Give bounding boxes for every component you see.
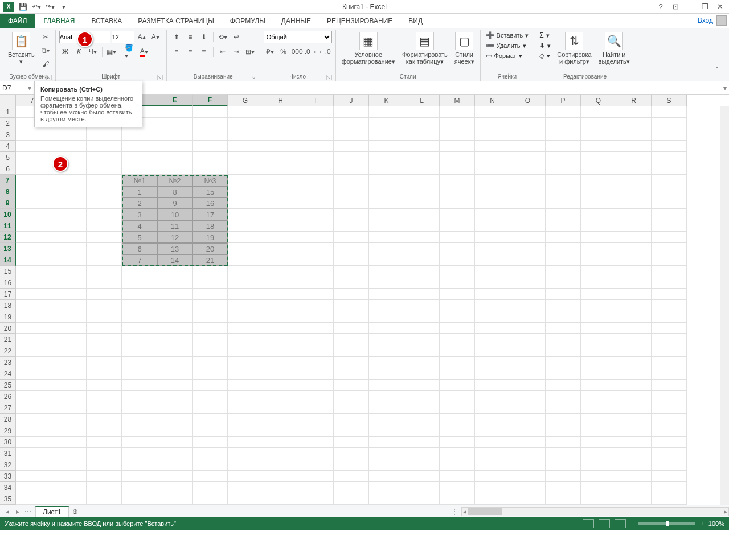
cell[interactable]	[440, 459, 475, 471]
cell[interactable]	[581, 129, 616, 141]
column-header[interactable]: G	[228, 95, 263, 106]
cell[interactable]	[510, 334, 546, 345]
cell[interactable]	[334, 448, 369, 459]
row-header[interactable]: 17	[0, 289, 16, 300]
cell[interactable]	[404, 311, 440, 323]
cell[interactable]	[263, 220, 298, 232]
cell[interactable]	[404, 368, 440, 380]
cell[interactable]	[546, 129, 581, 141]
cell[interactable]	[298, 289, 334, 300]
cell[interactable]	[157, 482, 193, 493]
horizontal-scrollbar[interactable]: ◂▸	[461, 507, 729, 516]
cell[interactable]	[404, 357, 440, 368]
cell[interactable]	[510, 141, 546, 152]
normal-view-icon[interactable]	[583, 519, 594, 528]
cell[interactable]	[581, 414, 616, 425]
cell[interactable]: 9	[157, 197, 193, 209]
cell[interactable]	[16, 368, 51, 380]
cell[interactable]	[157, 163, 193, 175]
align-right-icon[interactable]: ≡	[198, 46, 210, 58]
cell[interactable]	[157, 471, 193, 482]
cell[interactable]	[369, 300, 404, 311]
cell[interactable]	[228, 482, 263, 493]
cell[interactable]	[652, 289, 687, 300]
cell[interactable]	[404, 106, 440, 118]
cell[interactable]	[616, 368, 652, 380]
cell[interactable]	[581, 345, 616, 357]
tab-file[interactable]: ФАЙЛ	[0, 14, 35, 28]
cell[interactable]	[87, 323, 122, 334]
cell[interactable]	[228, 311, 263, 323]
cell[interactable]	[228, 106, 263, 118]
cell[interactable]	[440, 243, 475, 254]
cell[interactable]	[369, 163, 404, 175]
cell[interactable]	[51, 380, 87, 391]
cell[interactable]	[87, 243, 122, 254]
cell[interactable]	[616, 402, 652, 414]
cell[interactable]	[581, 266, 616, 277]
cell[interactable]	[16, 129, 51, 141]
cell[interactable]	[652, 323, 687, 334]
cell[interactable]	[581, 220, 616, 232]
cell[interactable]	[546, 289, 581, 300]
cell[interactable]	[546, 471, 581, 482]
cell[interactable]	[369, 118, 404, 129]
cell[interactable]	[334, 163, 369, 175]
cell[interactable]	[369, 437, 404, 448]
cell[interactable]	[581, 289, 616, 300]
cell[interactable]	[581, 152, 616, 163]
cell[interactable]	[228, 493, 263, 505]
cell[interactable]	[581, 471, 616, 482]
cell[interactable]	[652, 277, 687, 289]
cell[interactable]	[298, 220, 334, 232]
cell[interactable]	[157, 334, 193, 345]
cell[interactable]	[369, 243, 404, 254]
cell[interactable]	[193, 357, 228, 368]
cell[interactable]	[581, 334, 616, 345]
cell[interactable]	[263, 471, 298, 482]
cell[interactable]	[440, 175, 475, 186]
cell[interactable]: 18	[193, 220, 228, 232]
cell[interactable]	[404, 300, 440, 311]
cell[interactable]	[369, 391, 404, 402]
cell[interactable]	[581, 243, 616, 254]
cell[interactable]	[193, 152, 228, 163]
cell[interactable]	[475, 197, 510, 209]
cell[interactable]	[475, 323, 510, 334]
cell[interactable]	[122, 380, 157, 391]
cell[interactable]	[404, 482, 440, 493]
cell[interactable]	[440, 414, 475, 425]
cell[interactable]	[546, 300, 581, 311]
cell[interactable]	[87, 391, 122, 402]
cell[interactable]	[581, 425, 616, 437]
cell[interactable]	[157, 311, 193, 323]
cell[interactable]	[16, 141, 51, 152]
cell[interactable]	[652, 493, 687, 505]
cell[interactable]	[334, 254, 369, 266]
cell[interactable]	[87, 380, 122, 391]
cell[interactable]	[51, 425, 87, 437]
cell[interactable]	[510, 232, 546, 243]
cell[interactable]	[616, 391, 652, 402]
font-size-input[interactable]	[112, 31, 134, 43]
cell[interactable]	[298, 197, 334, 209]
cell[interactable]	[51, 391, 87, 402]
row-header[interactable]: 32	[0, 459, 16, 471]
cell[interactable]	[475, 402, 510, 414]
font-color-icon[interactable]: A▾	[138, 46, 150, 58]
cell[interactable]	[475, 220, 510, 232]
cell[interactable]	[510, 277, 546, 289]
cell[interactable]	[652, 220, 687, 232]
cell[interactable]	[440, 232, 475, 243]
cell[interactable]	[87, 209, 122, 220]
cell[interactable]	[122, 493, 157, 505]
vertical-scrollbar[interactable]	[720, 106, 729, 505]
row-header[interactable]: 21	[0, 334, 16, 345]
cell[interactable]	[404, 459, 440, 471]
cell[interactable]	[334, 118, 369, 129]
cell[interactable]	[263, 448, 298, 459]
cell[interactable]	[263, 175, 298, 186]
cell[interactable]	[193, 391, 228, 402]
cell[interactable]	[193, 414, 228, 425]
cell[interactable]	[440, 402, 475, 414]
